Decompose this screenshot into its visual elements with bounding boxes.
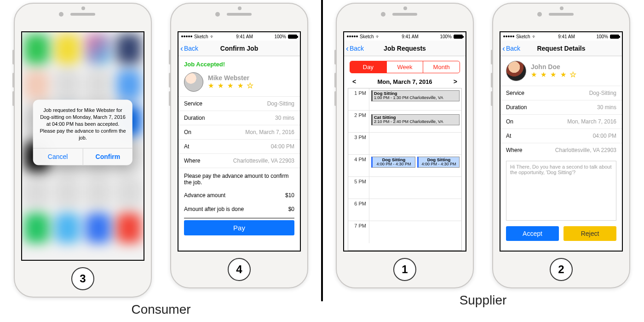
carrier-label: Sketch [360,34,374,39]
back-button[interactable]: ‹ Back [344,44,364,53]
row-advance: Advance amount$10 [178,188,300,202]
seg-week[interactable]: Week [387,61,424,73]
clock-label: 9:41 AM [558,34,575,39]
phone-consumer-confirm: Sketch ᯤ 9:41 AM 100% ‹ Back [170,3,308,288]
chevron-left-icon: ‹ [346,44,349,53]
sensor-dot [81,6,85,10]
value: 04:00 PM [593,133,616,139]
alert-confirm-button[interactable]: Confirm [83,148,133,165]
row-duration: Duration30 mins [178,111,300,125]
back-button[interactable]: ‹ Back [500,44,520,53]
date-label: Mon, March 7, 2016 [377,78,432,85]
row-where: WhereCharlottesville, VA 22903 [178,153,300,168]
wifi-icon: ᯤ [376,34,380,39]
value: 30 mins [275,115,294,121]
battery-label: 100% [440,34,452,39]
label: Duration [506,104,527,111]
seg-day[interactable]: Day [350,61,387,73]
speaker-slot [392,13,417,16]
wifi-icon: ᯤ [210,34,215,39]
speaker-slot [549,13,574,16]
camera-dot [59,12,63,17]
segmented-control: Day Week Month [350,61,460,73]
phone-supplier-request: Sketch ᯤ 9:41 AM 100% ‹ Back [492,3,630,288]
job-accepted-label: Job Accepted! [178,56,300,70]
back-label: Back [350,45,364,52]
hour-label: 6 PM [348,199,369,221]
wifi-icon: ᯤ [532,34,537,39]
signal-dots-icon [181,35,192,37]
message-box[interactable]: Hi There, Do you have a second to talk a… [506,161,616,221]
row-at: At04:00 PM [178,139,300,153]
event-dog-sitting-4pm-a[interactable]: Dog Sitting4:00 PM - 4:30 PM [371,157,415,168]
calendar-day-view: 1 PM Dog Sitting1:00 PM - 1:30 PM Charlo… [348,88,462,251]
battery-label: 100% [274,34,286,39]
label: Service [184,100,202,107]
status-bar: Sketch ᯤ 9:41 AM 100% [344,32,466,41]
nav-bar: ‹ Back Job Requests [344,41,466,56]
camera-dot [215,12,220,17]
accept-button[interactable]: Accept [506,226,559,241]
row-where: WhereCharlottesville, VA 22903 [500,143,622,157]
alert-cancel-button[interactable]: Cancel [33,148,83,165]
value: Dog-Sitting [589,90,616,96]
status-bar: Sketch ᯤ 9:41 AM 100% [178,32,300,41]
seg-month[interactable]: Month [423,61,460,73]
signal-dots-icon [347,35,358,37]
hour-label: 2 PM [348,111,369,132]
status-bar: Sketch ᯤ 9:41 AM 100% [500,32,622,41]
step-number: 2 [558,263,564,276]
camera-dot [381,12,385,17]
phone-consumer-alert: Job requested for Mike Webster for Dog-s… [14,3,152,298]
avatar [506,61,526,81]
provider-name: Mike Webster [208,74,254,82]
confirm-alert: Job requested for Mike Webster for Dog-s… [33,100,132,165]
hour-label: 5 PM [348,177,369,199]
home-button[interactable]: 4 [228,258,251,281]
row-on: OnMon, March 7, 2016 [178,125,300,139]
label: Amount after job is done [184,206,244,212]
event-dog-sitting-4pm-b[interactable]: Dog Sitting4:00 PM - 4:30 PM [417,157,460,168]
reject-button[interactable]: Reject [564,226,616,241]
value: 30 mins [597,104,616,111]
label: At [184,143,189,150]
value: 04:00 PM [271,143,294,150]
requester-name: John Doe [531,63,577,70]
hour-label: 7 PM [348,221,369,243]
sensor-dot [403,6,407,10]
battery-icon [610,35,619,39]
home-button[interactable]: 1 [393,258,416,281]
event-dog-sitting-1pm[interactable]: Dog Sitting1:00 PM - 1:30 PM Charlottesv… [371,90,460,101]
speaker-slot [70,13,95,16]
label: Duration [184,115,205,121]
home-button[interactable]: 3 [71,267,94,290]
rating-stars: ★ ★ ★ ★ ★ [208,82,254,90]
chevron-left-icon: ‹ [180,44,183,53]
label: On [184,129,191,135]
prev-day-button[interactable]: < [352,78,356,85]
label: Advance amount [184,192,225,199]
battery-icon [454,35,463,39]
divider [184,218,294,218]
rating-stars: ★ ★ ★ ★ ★ [531,70,577,79]
row-duration: Duration30 mins [500,100,622,114]
back-button[interactable]: ‹ Back [178,44,198,53]
signal-dots-icon [503,35,514,37]
section-label-supplier: Supplier [460,293,507,308]
section-divider [321,0,323,301]
next-day-button[interactable]: > [454,78,457,85]
section-label-consumer: Consumer [131,302,190,317]
step-number: 4 [236,263,242,276]
home-button[interactable]: 2 [550,258,573,281]
nav-title: Confirm Job [220,45,258,52]
row-on: OnMon, March 7, 2016 [500,114,622,129]
nav-bar: ‹ Back Confirm Job [178,41,300,56]
hour-label: 1 PM [348,88,369,110]
label: Where [184,158,200,164]
speaker-slot [227,13,252,16]
pay-button[interactable]: Pay [184,220,294,235]
row-service: ServiceDog-Sitting [500,86,622,100]
nav-title: Job Requests [384,45,426,52]
label: At [506,133,511,139]
event-cat-sitting-2pm[interactable]: Cat Sitting2:10 PM - 2:40 PM Charlottesv… [371,114,460,125]
